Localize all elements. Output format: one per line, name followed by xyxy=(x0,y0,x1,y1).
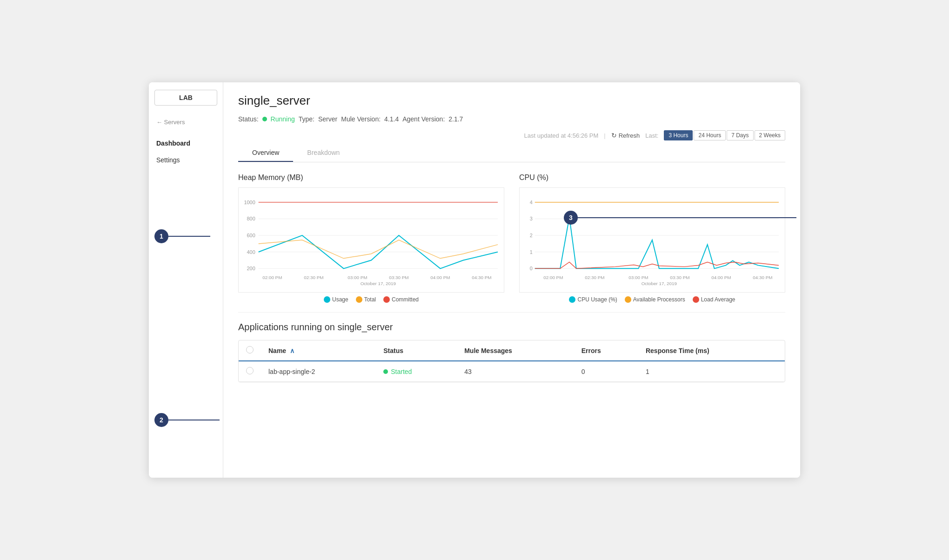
cpu-legend-processors: Available Processors xyxy=(625,296,685,303)
cpu-legend-usage: CPU Usage (%) xyxy=(569,296,617,303)
heap-legend: Usage Total Committed xyxy=(238,296,504,303)
callout-1-group: 1 xyxy=(154,236,210,237)
back-to-servers[interactable]: ← Servers xyxy=(149,115,223,129)
svg-text:03:00 PM: 03:00 PM xyxy=(348,275,367,280)
tab-breakdown[interactable]: Breakdown xyxy=(293,144,354,162)
svg-text:04:30 PM: 04:30 PM xyxy=(753,275,772,280)
svg-text:0: 0 xyxy=(530,266,533,271)
callout-3-line xyxy=(564,217,796,218)
started-dot xyxy=(383,369,388,374)
sidebar-item-settings[interactable]: Settings xyxy=(149,152,223,168)
started-label: Started xyxy=(391,368,412,375)
refresh-label: Refresh xyxy=(619,132,640,139)
total-dot xyxy=(356,296,362,303)
svg-text:600: 600 xyxy=(247,233,255,238)
header-checkbox[interactable] xyxy=(246,346,254,353)
started-badge: Started xyxy=(383,368,449,375)
row-app-name[interactable]: lab-app-single-2 xyxy=(261,361,376,382)
svg-text:03:30 PM: 03:30 PM xyxy=(670,275,689,280)
row-response-time: 1 xyxy=(638,361,785,382)
callout-3-group: 3 xyxy=(564,217,796,218)
row-errors: 0 xyxy=(574,361,638,382)
table-row: lab-app-single-2 Started 43 0 1 xyxy=(239,361,785,382)
status-dot xyxy=(262,117,267,121)
heap-memory-chart: Heap Memory (MB) 1000 800 600 400 200 xyxy=(238,173,504,303)
cpu-usage-label: CPU Usage (%) xyxy=(577,296,617,303)
cpu-chart-wrap: 4 3 2 1 0 xyxy=(519,187,785,293)
col-checkbox xyxy=(239,340,261,361)
total-label: Total xyxy=(364,296,376,303)
row-status: Started xyxy=(376,361,457,382)
processors-dot xyxy=(625,296,631,303)
callout-3: 3 xyxy=(564,211,578,225)
time-btn-2w[interactable]: 2 Weeks xyxy=(755,130,785,140)
agent-label: Agent Version: xyxy=(402,115,445,123)
svg-text:03:00 PM: 03:00 PM xyxy=(628,275,648,280)
heap-chart-wrap: 1000 800 600 400 200 xyxy=(238,187,504,293)
processors-label: Available Processors xyxy=(633,296,685,303)
mule-value: 4.1.4 xyxy=(384,115,399,123)
committed-dot xyxy=(383,296,390,303)
svg-text:1000: 1000 xyxy=(244,200,255,205)
applications-table-wrap: Name ∧ Status Mule Messages Errors Respo… xyxy=(238,340,785,382)
col-name: Name ∧ xyxy=(261,340,376,361)
usage-label: Usage xyxy=(332,296,348,303)
refresh-button[interactable]: ↻ Refresh xyxy=(611,132,640,139)
tab-overview[interactable]: Overview xyxy=(238,144,293,162)
svg-text:400: 400 xyxy=(247,249,255,255)
col-response-time: Response Time (ms) xyxy=(638,340,785,361)
table-header-row: Name ∧ Status Mule Messages Errors Respo… xyxy=(239,340,785,361)
svg-text:04:00 PM: 04:00 PM xyxy=(711,275,731,280)
heap-chart-title: Heap Memory (MB) xyxy=(238,173,504,182)
last-updated-label: Last updated at 4:56:26 PM xyxy=(524,132,599,139)
svg-text:October 17, 2019: October 17, 2019 xyxy=(642,281,677,286)
load-dot xyxy=(693,296,699,303)
heap-legend-usage: Usage xyxy=(324,296,348,303)
svg-text:2: 2 xyxy=(530,233,533,238)
cpu-legend-load: Load Average xyxy=(693,296,735,303)
cpu-chart: CPU (%) 4 3 2 1 0 xyxy=(519,173,785,303)
committed-label: Committed xyxy=(392,296,419,303)
cpu-usage-dot xyxy=(569,296,575,303)
svg-text:200: 200 xyxy=(247,266,255,271)
server-meta: Status: Running Type: Server Mule Versio… xyxy=(238,115,785,123)
svg-text:02:30 PM: 02:30 PM xyxy=(585,275,604,280)
last-label: Last: xyxy=(645,132,658,139)
type-label: Type: xyxy=(299,115,314,123)
sidebar-logo: LAB xyxy=(154,90,217,106)
toolbar: Last updated at 4:56:26 PM | ↻ Refresh L… xyxy=(238,130,785,144)
sidebar-item-dashboard[interactable]: Dashboard xyxy=(149,135,223,152)
main-content: single_server Status: Running Type: Serv… xyxy=(223,82,800,478)
row-checkbox-cell xyxy=(239,361,261,382)
agent-value: 2.1.7 xyxy=(448,115,463,123)
heap-chart-svg: 1000 800 600 400 200 xyxy=(242,193,500,287)
applications-section-title: Applications running on single_server xyxy=(238,322,785,333)
heap-legend-committed: Committed xyxy=(383,296,419,303)
applications-table: Name ∧ Status Mule Messages Errors Respo… xyxy=(239,340,785,382)
svg-text:4: 4 xyxy=(530,200,533,205)
svg-text:02:30 PM: 02:30 PM xyxy=(304,275,323,280)
divider xyxy=(238,312,785,313)
type-value: Server xyxy=(318,115,337,123)
status-label: Status: xyxy=(238,115,259,123)
col-errors: Errors xyxy=(574,340,638,361)
svg-text:800: 800 xyxy=(247,216,255,221)
time-btn-24h[interactable]: 24 Hours xyxy=(694,130,726,140)
svg-text:1: 1 xyxy=(530,249,533,255)
time-btn-7d[interactable]: 7 Days xyxy=(727,130,753,140)
charts-row: Heap Memory (MB) 1000 800 600 400 200 xyxy=(238,173,785,303)
cpu-chart-title: CPU (%) xyxy=(519,173,785,182)
svg-text:04:30 PM: 04:30 PM xyxy=(472,275,491,280)
col-status: Status xyxy=(376,340,457,361)
callout-2: 2 xyxy=(154,413,168,427)
svg-text:October 17, 2019: October 17, 2019 xyxy=(361,281,396,286)
col-mule-messages: Mule Messages xyxy=(457,340,574,361)
row-checkbox[interactable] xyxy=(246,367,254,374)
cpu-legend: CPU Usage (%) Available Processors Load … xyxy=(519,296,785,303)
cpu-chart-svg: 4 3 2 1 0 xyxy=(523,193,781,287)
row-mule-messages: 43 xyxy=(457,361,574,382)
mule-label: Mule Version: xyxy=(341,115,381,123)
status-value: Running xyxy=(271,115,295,123)
svg-text:04:00 PM: 04:00 PM xyxy=(430,275,450,280)
time-btn-3h[interactable]: 3 Hours xyxy=(664,130,693,140)
